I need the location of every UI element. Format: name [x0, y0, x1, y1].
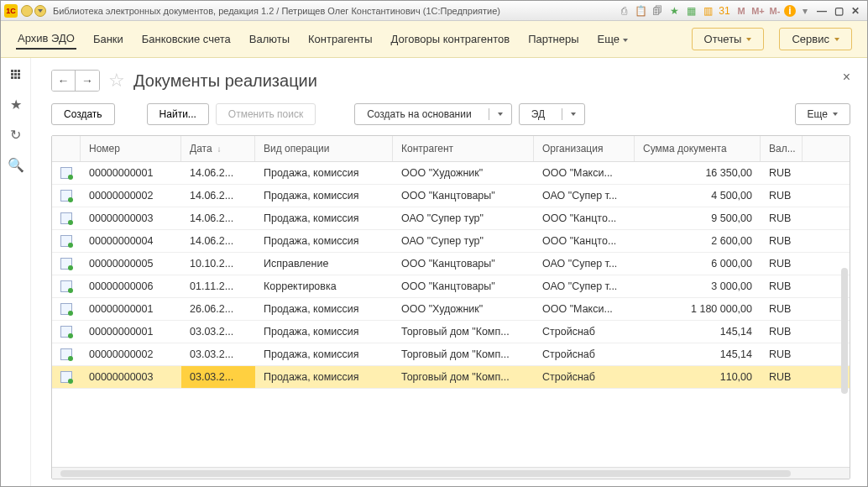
- calendar-icon[interactable]: ▥: [700, 3, 715, 18]
- more-button[interactable]: Еще: [795, 103, 850, 125]
- cell-date: 14.06.2...: [181, 162, 255, 184]
- calculator-icon[interactable]: ▦: [683, 3, 698, 18]
- cell-date: 14.06.2...: [181, 207, 255, 229]
- cell-sum: 1 180 000,00: [635, 298, 761, 320]
- col-organization[interactable]: Организация: [534, 136, 635, 161]
- titlebar-icon-3[interactable]: 🗐: [650, 3, 665, 18]
- cell-counterparty: ООО "Канцтовары": [393, 253, 534, 275]
- cell-currency: RUB: [761, 343, 803, 365]
- cell-date: 26.06.2...: [181, 298, 255, 320]
- titlebar-icon-2[interactable]: 📋: [633, 3, 648, 18]
- col-date[interactable]: Дата↓: [181, 136, 255, 161]
- horizontal-scrollbar[interactable]: [52, 467, 850, 479]
- m-icon[interactable]: M: [734, 3, 749, 18]
- row-icon: [52, 275, 81, 297]
- nav-forward-button[interactable]: →: [76, 71, 99, 91]
- table-row[interactable]: 0000000000601.11.2...КорректировкаООО "К…: [52, 275, 850, 298]
- cell-sum: 16 350,00: [635, 162, 761, 184]
- mplus-icon[interactable]: M+: [750, 3, 766, 18]
- cell-number: 00000000001: [81, 298, 181, 320]
- cell-sum: 6 000,00: [635, 253, 761, 275]
- create-based-button[interactable]: Создать на основании: [354, 103, 512, 125]
- cell-sum: 110,00: [635, 366, 761, 388]
- close-window-icon[interactable]: ✕: [848, 3, 863, 18]
- minimize-icon[interactable]: —: [814, 3, 829, 18]
- mminus-icon[interactable]: M-: [767, 3, 782, 18]
- cell-operation: Продажа, комиссия: [255, 162, 393, 184]
- menu-contracts[interactable]: Договоры контрагентов: [390, 29, 512, 49]
- service-button[interactable]: Сервис: [779, 28, 852, 50]
- sidebar-star-icon[interactable]: ★: [8, 97, 24, 112]
- col-operation[interactable]: Вид операции: [255, 136, 393, 161]
- table-row[interactable]: 0000000000214.06.2...Продажа, комиссияОО…: [52, 185, 850, 207]
- sidebar-search-icon[interactable]: 🔍: [8, 157, 24, 172]
- table-row[interactable]: 0000000000103.03.2...Продажа, комиссияТо…: [52, 321, 850, 343]
- ed-button[interactable]: ЭД: [519, 103, 585, 125]
- table-row[interactable]: 0000000000314.06.2...Продажа, комиссияОА…: [52, 207, 850, 230]
- menu-banks[interactable]: Банки: [92, 29, 125, 49]
- menu-bank-accounts[interactable]: Банковские счета: [140, 29, 233, 49]
- nav-buttons: ← →: [51, 70, 100, 92]
- table-row[interactable]: 0000000000414.06.2...Продажа, комиссияОА…: [52, 230, 850, 253]
- cell-operation: Продажа, комиссия: [255, 343, 393, 365]
- col-icon[interactable]: [52, 136, 81, 161]
- cell-counterparty: ООО "Канцтовары": [393, 185, 534, 207]
- cell-operation: Продажа, комиссия: [255, 321, 393, 343]
- sidebar-history-icon[interactable]: ↻: [8, 127, 24, 142]
- find-button[interactable]: Найти...: [147, 103, 209, 125]
- calendar2-icon[interactable]: 31: [717, 3, 732, 18]
- page-favorite-icon[interactable]: ☆: [108, 70, 125, 92]
- cell-number: 00000000004: [81, 230, 181, 252]
- info-dropdown-icon[interactable]: ▾: [797, 3, 813, 18]
- table-row[interactable]: 0000000000126.06.2...Продажа, комиссияОО…: [52, 298, 850, 321]
- col-counterparty[interactable]: Контрагент: [393, 136, 534, 161]
- table-row[interactable]: 0000000000114.06.2...Продажа, комиссияОО…: [52, 162, 850, 185]
- row-icon: [52, 321, 81, 343]
- row-icon: [52, 366, 81, 388]
- close-page-icon[interactable]: ×: [843, 70, 850, 85]
- sidebar: ★ ↻ 🔍: [1, 58, 31, 487]
- table-row[interactable]: 0000000000510.10.2...ИсправлениеООО "Кан…: [52, 253, 850, 275]
- app-menu-icon[interactable]: [21, 5, 33, 17]
- favorite-icon[interactable]: ★: [667, 3, 682, 18]
- cell-date: 03.03.2...: [181, 321, 255, 343]
- cell-currency: RUB: [761, 207, 803, 229]
- menu-counterparties[interactable]: Контрагенты: [306, 29, 374, 49]
- toolbar: Создать Найти... Отменить поиск Создать …: [51, 103, 850, 125]
- table-row[interactable]: 0000000000203.03.2...Продажа, комиссияТо…: [52, 343, 850, 366]
- cell-number: 00000000002: [81, 343, 181, 365]
- col-sum[interactable]: Сумма документа: [635, 136, 761, 161]
- menu-currencies[interactable]: Валюты: [248, 29, 291, 49]
- cell-operation: Продажа, комиссия: [255, 230, 393, 252]
- menu-archive[interactable]: Архив ЭДО: [16, 29, 76, 50]
- menu-more[interactable]: Еще: [596, 29, 630, 49]
- cell-number: 00000000001: [81, 321, 181, 343]
- sort-arrow-icon: ↓: [217, 144, 222, 154]
- info-icon[interactable]: i: [784, 5, 796, 17]
- reports-button[interactable]: Отчеты: [692, 28, 765, 50]
- cell-date: 01.11.2...: [181, 275, 255, 297]
- vertical-scrollbar[interactable]: [839, 196, 848, 453]
- titlebar-icon-1[interactable]: ⎙: [616, 3, 631, 18]
- create-button[interactable]: Создать: [51, 103, 115, 125]
- cell-organization: ООО "Канцто...: [534, 207, 635, 229]
- cell-currency: RUB: [761, 230, 803, 252]
- cell-organization: ООО "Макси...: [534, 298, 635, 320]
- cell-organization: ООО "Канцто...: [534, 230, 635, 252]
- col-currency[interactable]: Вал...: [761, 136, 803, 161]
- table-row[interactable]: 0000000000303.03.2...Продажа, комиссияТо…: [52, 366, 850, 389]
- cell-date: 14.06.2...: [181, 185, 255, 207]
- row-icon: [52, 253, 81, 275]
- app-logo: 1C: [4, 4, 18, 18]
- window-title: Библиотека электронных документов, редак…: [53, 6, 500, 16]
- nav-back-button[interactable]: ←: [52, 71, 76, 91]
- sidebar-grid-icon[interactable]: [8, 66, 24, 81]
- cell-operation: Корректировка: [255, 275, 393, 297]
- cell-number: 00000000003: [81, 207, 181, 229]
- menu-partners[interactable]: Партнеры: [526, 29, 580, 49]
- maximize-icon[interactable]: ▢: [831, 3, 846, 18]
- app-dropdown-icon[interactable]: [34, 5, 46, 17]
- col-number[interactable]: Номер: [81, 136, 181, 161]
- table-header: Номер Дата↓ Вид операции Контрагент Орга…: [52, 136, 850, 162]
- cell-counterparty: ООО "Художник": [393, 162, 534, 184]
